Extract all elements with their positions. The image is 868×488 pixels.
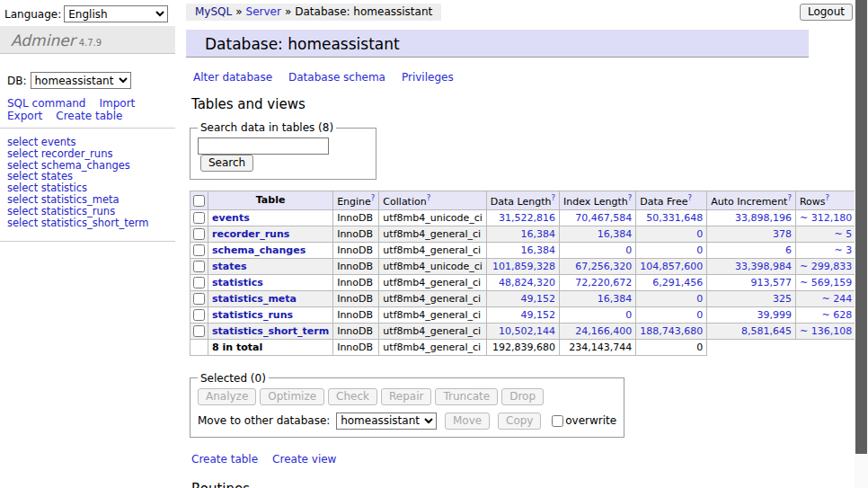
truncate-button[interactable]: Truncate [435, 388, 498, 405]
data-length-cell: 16,384 [486, 226, 559, 242]
repair-button[interactable]: Repair [381, 388, 431, 405]
column-header-data-free: Data Free? [636, 191, 707, 210]
overwrite-checkbox[interactable] [552, 415, 563, 427]
index-length-cell: 0 [560, 242, 636, 258]
engine-cell: InnoDB [333, 274, 379, 290]
column-header-table: Table [208, 191, 333, 210]
sidebar-action-link[interactable]: SQL command [7, 97, 85, 110]
search-input[interactable] [198, 138, 329, 155]
rows-count-link[interactable]: ~ 299,833 [800, 261, 852, 272]
engine-cell: InnoDB [333, 242, 379, 258]
table-name-link[interactable]: statistics_runs [212, 309, 293, 321]
copy-button[interactable]: Copy [498, 413, 541, 430]
table-name-link[interactable]: states [212, 261, 247, 272]
language-select[interactable]: English [64, 5, 168, 22]
rows-count-link[interactable]: ~ 569,159 [800, 277, 852, 288]
row-checkbox[interactable] [193, 325, 205, 337]
help-link[interactable]: ? [826, 193, 830, 202]
create-link[interactable]: Create view [272, 453, 336, 466]
data-free-cell: 50,331,648 [636, 209, 707, 226]
rows-count-link[interactable]: ~ 3 [834, 244, 852, 256]
sidebar-select-link[interactable]: select statistics_runs [7, 206, 175, 217]
table-row: schema_changesInnoDButf8mb4_general_ci16… [190, 242, 868, 258]
rows-count-cell: ~ 299,833 [795, 258, 855, 274]
row-checkbox[interactable] [193, 293, 205, 305]
row-checkbox[interactable] [193, 277, 205, 288]
auto-increment-cell: 39,999 [707, 306, 796, 323]
selected-legend: Selected (0) [198, 372, 269, 385]
column-header-rows: Rows? [795, 191, 855, 210]
sidebar-action-link[interactable]: Import [99, 97, 135, 110]
sidebar-select-link[interactable]: select events [7, 137, 175, 148]
sidebar-select-link[interactable]: select statistics_short_term [7, 217, 175, 229]
collation-cell: utf8mb4_general_ci [379, 274, 486, 290]
collation-cell: utf8mb4_general_ci [379, 290, 486, 306]
analyze-button[interactable]: Analyze [198, 388, 256, 405]
table-name-link[interactable]: statistics [212, 277, 263, 288]
table-name-cell: statistics_short_term [208, 323, 333, 339]
index-length-cell: 67,256,320 [560, 258, 636, 274]
vertical-scrollbar[interactable] [855, 0, 868, 488]
help-link[interactable]: ? [628, 193, 633, 202]
rows-count-link[interactable]: ~ 136,108 [800, 325, 852, 337]
search-button[interactable]: Search [200, 155, 253, 172]
rows-count-link[interactable]: ~ 244 [821, 293, 852, 305]
scrollbar-thumb[interactable] [855, 0, 867, 454]
table-name-link[interactable]: schema_changes [212, 244, 306, 256]
help-link[interactable]: ? [427, 193, 431, 202]
index-length-cell: 72,220,672 [560, 274, 636, 290]
database-action-link[interactable]: Alter database [193, 71, 272, 84]
table-name-link[interactable]: events [212, 212, 250, 224]
create-links: Create tableCreate view [191, 453, 815, 466]
engine-cell: InnoDB [333, 306, 379, 323]
table-name-link[interactable]: statistics_short_term [212, 325, 329, 337]
help-link[interactable]: ? [787, 193, 792, 202]
rows-count-cell: ~ 569,159 [795, 274, 855, 290]
database-action-link[interactable]: Privileges [402, 71, 454, 84]
help-link[interactable]: ? [687, 193, 692, 202]
data-free-cell: 104,857,600 [636, 258, 707, 274]
select-all-checkbox[interactable] [193, 195, 205, 207]
table-name-link[interactable]: recorder_runs [212, 228, 289, 240]
create-link[interactable]: Create table [191, 453, 258, 466]
check-button[interactable]: Check [328, 388, 377, 405]
rows-count-link[interactable]: ~ 312,180 [800, 212, 852, 224]
rows-count-cell: ~ 244 [795, 290, 855, 306]
collation-cell: utf8mb4_general_ci [379, 226, 486, 242]
search-fieldset: Search data in tables (8) Search [190, 121, 376, 180]
help-link[interactable]: ? [552, 193, 556, 202]
total-blank-cell [795, 339, 855, 355]
move-db-select[interactable]: homeassistant [336, 413, 437, 430]
row-checkbox[interactable] [193, 244, 205, 256]
rows-count-link[interactable]: ~ 628 [821, 309, 852, 321]
table-row: eventsInnoDButf8mb4_unicode_ci31,522,816… [190, 209, 868, 226]
row-checkbox[interactable] [193, 212, 205, 224]
sidebar-action-link[interactable]: Export [7, 110, 42, 122]
total-collation-cell: utf8mb4_general_ci [379, 339, 486, 355]
database-action-link[interactable]: Database schema [288, 71, 385, 84]
data-free-cell: 0 [636, 290, 707, 306]
auto-increment-cell: 325 [707, 290, 796, 306]
table-name-link[interactable]: statistics_meta [212, 293, 297, 305]
sidebar-action-link[interactable]: Create table [56, 110, 122, 122]
db-select[interactable]: homeassistant [31, 72, 131, 89]
row-checkbox[interactable] [193, 228, 205, 240]
optimize-button[interactable]: Optimize [260, 388, 324, 405]
collation-cell: utf8mb4_unicode_ci [379, 258, 486, 274]
engine-cell: InnoDB [333, 209, 379, 226]
row-check-cell [190, 323, 208, 339]
sidebar-select-link[interactable]: select statistics_meta [7, 194, 175, 206]
selected-fieldset: Selected (0) AnalyzeOptimizeCheckRepairT… [190, 372, 624, 438]
sidebar-select-link[interactable]: select recorder_runs [7, 148, 175, 160]
drop-button[interactable]: Drop [501, 388, 544, 405]
rows-count-cell: ~ 312,180 [795, 209, 855, 226]
column-header-auto-increment: Auto Increment? [707, 191, 796, 210]
move-button[interactable]: Move [445, 413, 490, 430]
help-link[interactable]: ? [371, 193, 376, 202]
row-checkbox[interactable] [193, 261, 205, 272]
row-checkbox[interactable] [193, 309, 205, 321]
language-form: Language:English [0, 0, 175, 26]
rows-count-link[interactable]: ~ 5 [834, 228, 852, 240]
auto-increment-cell: 378 [707, 226, 796, 242]
auto-increment-cell: 33,398,984 [707, 258, 796, 274]
